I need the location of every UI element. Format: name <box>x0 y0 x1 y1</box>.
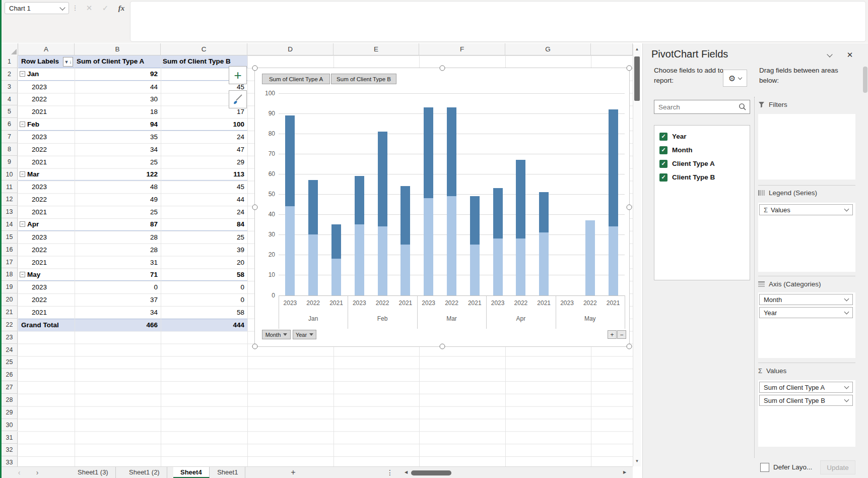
bar-segment-a[interactable] <box>516 238 525 295</box>
pivot-row-jan[interactable]: −Jan92 <box>18 68 247 81</box>
pivot-row-2022[interactable]: 20222839 <box>18 244 247 256</box>
add-sheet-icon[interactable]: + <box>288 467 298 478</box>
pivot-row-feb[interactable]: −Feb94100 <box>18 118 247 131</box>
pivot-value-a[interactable]: 87 <box>75 218 161 230</box>
pivot-value-b[interactable]: 45 <box>161 181 247 194</box>
pivot-value-a[interactable]: 92 <box>75 68 161 80</box>
expand-entire-field-button[interactable]: + <box>608 330 617 339</box>
formula-input[interactable] <box>130 1 866 42</box>
pivot-value-b[interactable]: 29 <box>161 156 247 168</box>
pivot-label-cell[interactable]: −Jan <box>18 68 75 80</box>
scroll-down-icon[interactable]: ▼ <box>633 457 641 465</box>
pivot-label-cell[interactable]: 2021 <box>18 256 75 269</box>
chart-axis-field-button-month[interactable]: Month <box>262 330 291 339</box>
tab-more-icon[interactable]: ⋮ <box>385 467 395 478</box>
bar-segment-b[interactable] <box>424 107 433 198</box>
row-header-17[interactable]: 17 <box>2 256 18 269</box>
collapse-icon[interactable]: − <box>20 272 25 277</box>
pivot-row-2022[interactable]: 2022370 <box>18 293 247 306</box>
pivot-row-2022[interactable]: 20224944 <box>18 193 247 206</box>
row-header-29[interactable]: 29 <box>2 406 18 419</box>
pivot-label-cell[interactable]: 2022 <box>18 293 75 306</box>
row-header-3[interactable]: 3 <box>2 81 18 93</box>
chart-field-button-a[interactable]: Sum of Client Type A <box>262 74 330 84</box>
field-checkbox[interactable]: ✓ <box>659 173 667 182</box>
vertical-scrollbar-thumb[interactable] <box>634 56 640 101</box>
bar-segment-a[interactable] <box>378 226 387 295</box>
pivot-label-cell[interactable]: 2022 <box>18 143 75 156</box>
pivot-value-b[interactable]: 58 <box>161 306 247 319</box>
row-header-31[interactable]: 31 <box>2 432 18 444</box>
pivot-row-2023[interactable]: 20232825 <box>18 231 247 244</box>
column-header-G[interactable]: G <box>505 43 591 55</box>
bar-segment-a[interactable] <box>331 259 341 295</box>
bar-segment-b[interactable] <box>609 109 618 227</box>
area-field-chip-month[interactable]: Month <box>759 294 853 305</box>
pivot-value-b[interactable]: 47 <box>161 143 247 156</box>
pivot-value-b[interactable]: 39 <box>161 244 247 256</box>
column-header-D[interactable]: D <box>247 43 333 55</box>
sheet-tab-sheet4[interactable]: Sheet4 <box>173 467 210 478</box>
hscroll-right-icon[interactable]: ▶ <box>620 467 630 478</box>
pivot-label-cell[interactable]: −May <box>18 268 75 280</box>
sheet-tab-sheet13[interactable]: Sheet1 (3) <box>71 467 116 478</box>
pivot-row-2022[interactable]: 20223447 <box>18 143 247 156</box>
row-header-9[interactable]: 9 <box>2 156 18 168</box>
pivot-value-a[interactable]: 34 <box>75 306 161 319</box>
tabs-nav-left-icon[interactable]: ‹ <box>14 467 24 478</box>
row-header-19[interactable]: 19 <box>2 281 18 293</box>
pivot-label-cell[interactable]: −Apr <box>18 218 75 230</box>
pivot-label-cell[interactable]: Grand Total <box>18 319 75 331</box>
pivot-value-a[interactable]: 0 <box>75 281 161 293</box>
bar-segment-b[interactable] <box>331 224 341 259</box>
column-header-C[interactable]: C <box>161 43 247 55</box>
row-header-30[interactable]: 30 <box>2 419 18 432</box>
pivot-value-b[interactable]: 24 <box>161 131 247 143</box>
collapse-icon[interactable]: − <box>20 71 25 77</box>
area-field-chip-values[interactable]: ΣValues <box>759 204 853 215</box>
bar-segment-b[interactable] <box>378 132 387 227</box>
pivot-value-b[interactable]: 25 <box>161 231 247 244</box>
row-labels-filter-button[interactable]: ▼↓ <box>63 57 73 67</box>
pivot-row-2022[interactable]: 202230 <box>18 93 247 106</box>
area-field-chip-sum-of-client-type-b[interactable]: Sum of Client Type B <box>759 395 853 406</box>
chart-axis-field-button-year[interactable]: Year <box>293 330 316 339</box>
row-header-24[interactable]: 24 <box>2 344 18 356</box>
row-header-10[interactable]: 10 <box>2 168 18 181</box>
row-header-8[interactable]: 8 <box>2 143 18 156</box>
pivot-value-a[interactable]: 48 <box>75 181 161 194</box>
chart-field-button-b[interactable]: Sum of Client Type B <box>331 74 396 84</box>
pivot-value-a[interactable]: 28 <box>75 231 161 244</box>
pivot-label-cell[interactable]: 2021 <box>18 156 75 168</box>
area-field-chip-year[interactable]: Year <box>759 307 853 318</box>
pivot-value-b[interactable]: 58 <box>161 268 247 280</box>
collapse-icon[interactable]: − <box>20 221 25 227</box>
pivot-header-cell[interactable]: Sum of Client Type A <box>75 55 161 68</box>
chart-elements-plus-button[interactable]: + <box>229 66 247 84</box>
row-header-6[interactable]: 6 <box>2 118 18 131</box>
area-field-chip-sum-of-client-type-a[interactable]: Sum of Client Type A <box>759 382 853 393</box>
bar-segment-b[interactable] <box>355 176 364 224</box>
pivot-label-cell[interactable]: 2023 <box>18 231 75 244</box>
pivot-chart[interactable]: Sum of Client Type ASum of Client Type B… <box>254 68 630 347</box>
collapse-icon[interactable]: − <box>20 171 25 177</box>
row-header-26[interactable]: 26 <box>2 369 18 381</box>
pivot-label-cell[interactable]: 2022 <box>18 93 75 106</box>
chart-resize-handle[interactable] <box>439 344 445 349</box>
cancel-icon[interactable]: ✕ <box>83 2 96 14</box>
row-header-22[interactable]: 22 <box>2 319 18 331</box>
pivot-label-cell[interactable]: 2023 <box>18 181 75 194</box>
row-header-1[interactable]: 1 <box>2 55 18 68</box>
pivot-value-b[interactable]: 0 <box>161 293 247 306</box>
pivot-value-b[interactable]: 100 <box>161 118 247 130</box>
pivot-value-a[interactable]: 25 <box>75 156 161 168</box>
sheet-tab-sheet12[interactable]: Sheet1 (2) <box>122 467 167 478</box>
field-checkbox[interactable]: ✓ <box>659 160 667 168</box>
chart-resize-handle[interactable] <box>627 344 632 349</box>
bar-segment-b[interactable] <box>539 192 549 232</box>
enter-icon[interactable]: ✓ <box>99 2 112 14</box>
pivot-row-2021[interactable]: 20212529 <box>18 156 247 168</box>
pivot-label-cell[interactable]: −Mar <box>18 168 75 181</box>
row-header-7[interactable]: 7 <box>2 131 18 143</box>
pivot-value-a[interactable]: 94 <box>75 118 161 130</box>
